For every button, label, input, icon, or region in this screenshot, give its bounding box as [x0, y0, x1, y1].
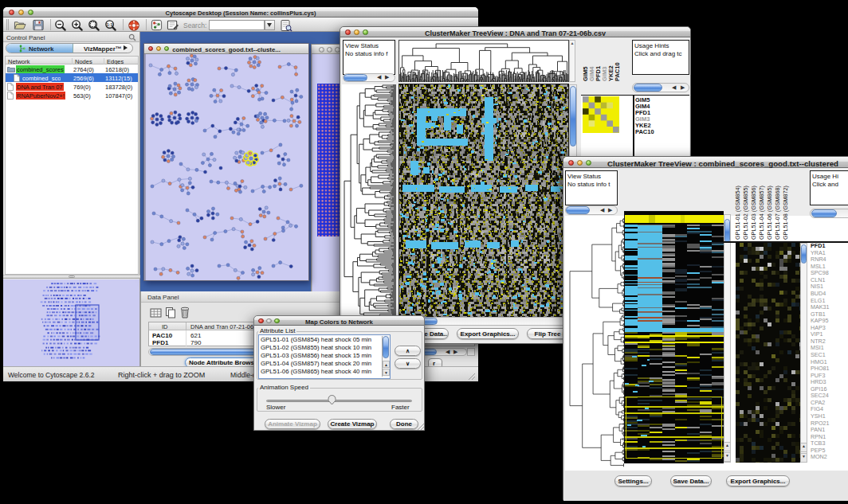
svg-text:1:1: 1:1: [107, 21, 113, 26]
